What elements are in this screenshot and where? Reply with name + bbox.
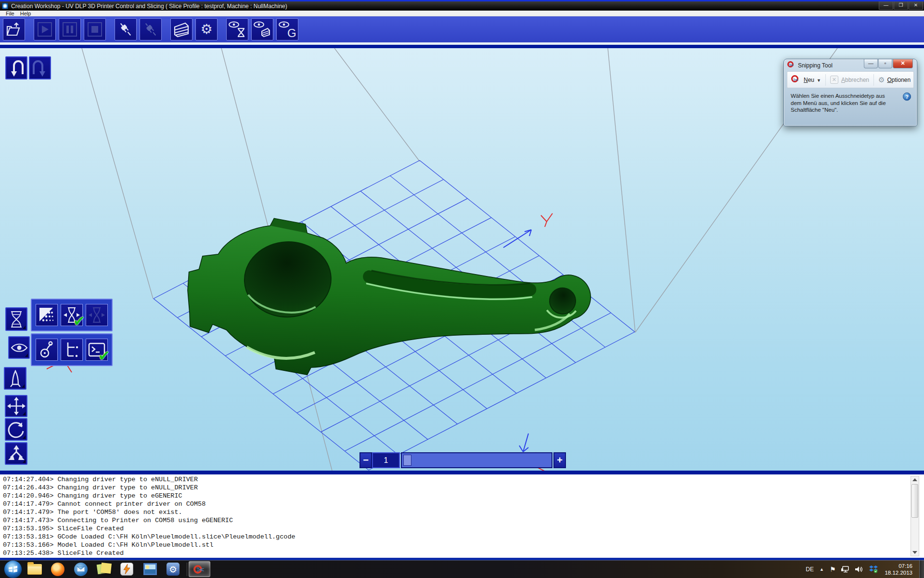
abbrechen-button[interactable]: ✕ Abbrechen	[830, 76, 869, 84]
maximize-button[interactable]: ❐	[894, 1, 908, 10]
play-button[interactable]	[34, 18, 56, 40]
optionen-button[interactable]: ⚙ Optionen	[878, 76, 911, 84]
dither-icon	[38, 307, 55, 323]
compress-slices-button[interactable]: ✔	[61, 304, 83, 326]
language-indicator[interactable]: DE	[806, 566, 814, 573]
gear-icon: ⚙	[200, 23, 212, 36]
slice-view-flyout-panel: ✔	[31, 299, 113, 331]
taskbar-thunderbird[interactable]	[70, 561, 91, 577]
eye-slice-icon	[253, 21, 271, 38]
taskbar-divider	[187, 563, 187, 576]
titlebar[interactable]: Creation Workshop - UV DLP 3D Printer Co…	[0, 1, 924, 11]
slider-minus-button[interactable]: −	[359, 452, 372, 468]
volume-icon[interactable]	[855, 566, 863, 573]
close-button[interactable]: ✕	[909, 1, 923, 10]
tray-clock[interactable]: 07:16 18.12.2013	[885, 563, 912, 576]
scale-tool-button[interactable]	[5, 442, 27, 465]
stop-icon	[88, 22, 102, 37]
log-line: 07:14:26.443> Changing driver type to eN…	[3, 484, 924, 492]
log-line: 07:14:17.479> The port 'COM58' does not …	[3, 509, 924, 517]
snipping-message-line: Schaltfläche "Neu".	[791, 106, 909, 114]
snipping-titlebar[interactable]: ✂ Snipping Tool — ▫ ✕	[784, 59, 917, 71]
log-line: 07:14:17.473> Connecting to Printer on C…	[3, 517, 924, 525]
log-line: 07:13:25.438> SliceFile Created	[3, 550, 924, 558]
slider-track[interactable]	[401, 452, 552, 468]
network-icon[interactable]	[841, 566, 849, 573]
menu-help[interactable]: Help	[20, 11, 31, 16]
menu-file[interactable]: File	[6, 11, 14, 16]
y-axis-label	[541, 213, 552, 227]
dither-button[interactable]	[36, 304, 58, 326]
eye-icon	[11, 342, 28, 354]
creation-workshop-icon: ⚙	[167, 563, 180, 576]
check-icon: ✔	[73, 313, 85, 329]
slider-plus-button[interactable]: +	[553, 452, 566, 468]
open-model-button[interactable]	[3, 18, 25, 40]
action-center-flag-icon[interactable]: ⚑	[830, 565, 836, 573]
show-desktop-button[interactable]	[919, 560, 924, 578]
snipping-title: Snipping Tool	[798, 62, 833, 69]
snipping-toolbar: ✂ Neu ▼ ✕ Abbrechen ⚙ Optionen	[787, 71, 914, 88]
view-slices-button[interactable]	[251, 18, 273, 40]
log-line: 07:13:53.166> Model Loaded C:\FH Köln\Pl…	[3, 541, 924, 550]
dropbox-icon[interactable]	[869, 565, 878, 573]
hidden-icons-button[interactable]: ▲	[820, 567, 824, 572]
slider-handle[interactable]	[403, 455, 411, 466]
pause-button[interactable]	[59, 18, 81, 40]
show-outline-button[interactable]	[36, 339, 58, 361]
model-connecting-rod[interactable]	[178, 209, 595, 408]
flyout-indicator	[23, 412, 26, 415]
connect-button[interactable]	[115, 18, 137, 40]
scrollbar-thumb[interactable]	[911, 484, 918, 518]
view-gcode-button[interactable]: G	[276, 18, 298, 40]
neu-button[interactable]: ✂ Neu ▼	[791, 75, 821, 85]
taskbar-winamp[interactable]	[116, 561, 138, 577]
redo-button[interactable]	[29, 56, 51, 79]
taskbar-creation-workshop[interactable]: ⚙	[162, 561, 184, 577]
snip-minimize-button[interactable]: —	[864, 59, 878, 68]
snip-maximize-button[interactable]: ▫	[878, 59, 892, 68]
taskbar-sticky-notes[interactable]	[93, 561, 115, 577]
scroll-down-icon[interactable]	[912, 551, 917, 554]
check-icon: ✔	[98, 347, 110, 364]
main-toolbar: ⚙ G	[0, 16, 924, 42]
console-button[interactable]: ✔	[86, 339, 108, 361]
model-outline-icon	[39, 341, 54, 358]
taskbar-firefox[interactable]	[47, 561, 68, 577]
snipping-taskbar-icon: ✂	[193, 563, 206, 576]
system-tray: DE ▲ ⚑ 07:16 18.12.2013	[806, 560, 924, 578]
hierarchy-button[interactable]	[61, 339, 83, 361]
pause-icon	[63, 22, 77, 37]
move-tool-button[interactable]	[5, 395, 27, 417]
log-line: 07:14:20.946> Changing driver type to eG…	[3, 492, 924, 500]
help-icon[interactable]: ?	[903, 92, 911, 101]
taskbar-explorer[interactable]	[24, 561, 45, 577]
log-scrollbar[interactable]	[911, 476, 919, 556]
compress-disabled-button[interactable]	[86, 304, 108, 326]
scroll-up-icon[interactable]	[912, 478, 917, 481]
windows-flag-icon	[8, 565, 18, 574]
start-button[interactable]	[4, 560, 22, 578]
log-console[interactable]: 07:14:27.404> Changing driver type to eN…	[0, 474, 924, 558]
log-line: 07:14:27.404> Changing driver type to eN…	[3, 476, 924, 484]
slice-view-flyout-button[interactable]	[5, 307, 27, 331]
taskbar-photo-viewer[interactable]	[139, 561, 161, 577]
slice-button[interactable]	[170, 18, 192, 40]
snipping-tool-window[interactable]: ✂ Snipping Tool — ▫ ✕ ✂ Neu ▼ ✕ Abbreche…	[783, 59, 917, 126]
settings-button[interactable]: ⚙	[195, 18, 218, 40]
compress-hourglass-disabled-icon	[88, 307, 105, 323]
rotate-tool-button[interactable]	[5, 418, 27, 441]
taskbar-snipping-tool[interactable]: ✂	[189, 561, 210, 577]
undo-button[interactable]	[5, 56, 27, 79]
layer-slider: − 1 +	[359, 452, 566, 468]
view-model-button[interactable]	[226, 18, 248, 40]
stop-button[interactable]	[84, 18, 106, 40]
snip-close-button[interactable]: ✕	[893, 59, 913, 68]
thunderbird-icon	[74, 563, 88, 576]
support-tool-button[interactable]	[4, 367, 26, 390]
view-options-flyout-button[interactable]	[8, 336, 30, 359]
flyout-indicator	[23, 460, 26, 463]
minimize-button[interactable]: —	[879, 1, 893, 10]
neu-dropdown-caret[interactable]: ▼	[817, 78, 821, 83]
disconnect-button[interactable]	[140, 18, 162, 40]
